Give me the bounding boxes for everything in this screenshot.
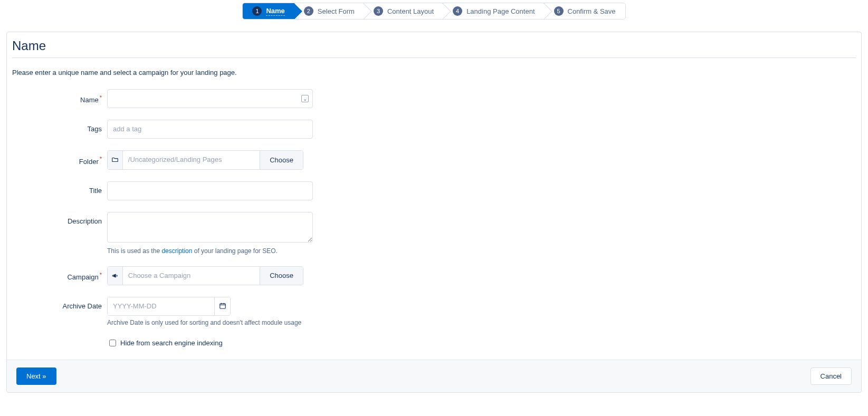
wizard-step-number: 2 [304,6,313,16]
folder-input[interactable] [123,151,260,169]
wizard-step-confirm-save[interactable]: 5 Confirm & Save [545,3,625,19]
row-tags: Tags [12,120,856,139]
title-input[interactable] [107,181,313,200]
calendar-icon [219,302,226,311]
panel-inner: Name Please enter a unique name and sele… [7,32,861,348]
hide-index-label: Hide from search engine indexing [120,339,223,347]
campaign-input[interactable] [123,267,260,285]
description-textarea[interactable] [107,212,313,243]
calendar-button[interactable] [214,297,230,315]
wizard-step-number: 3 [374,6,383,16]
panel-footer: Next » Cancel [7,360,861,392]
page-title: Name [12,36,856,58]
row-description: Description This is used as the descript… [12,212,856,255]
label-empty [12,338,107,343]
wizard-bar: 1 Name 2 Select Form 3 Content Layout 4 … [0,0,868,20]
label-tags: Tags [12,120,107,133]
row-campaign: Campaign Choose [12,266,856,285]
wizard-step-landing-page-content[interactable]: 4 Landing Page Content [443,3,544,19]
megaphone-icon [108,267,123,285]
row-archive-date: Archive Date Archi [12,297,856,326]
svg-rect-0 [220,303,225,308]
label-name: Name [12,89,107,104]
row-name: Name ⌄ [12,89,856,108]
wizard-step-label: Landing Page Content [466,7,535,15]
next-button[interactable]: Next » [16,367,56,385]
label-title: Title [12,181,107,195]
wizard-step-number: 5 [554,6,564,16]
intro-text: Please enter a unique name and select a … [12,58,856,80]
wizard-step-label: Select Form [318,7,355,15]
wizard-step-label: Confirm & Save [568,7,616,15]
hide-index-checkbox[interactable] [109,340,116,346]
row-title: Title [12,181,856,200]
wizard-steps: 1 Name 2 Select Form 3 Content Layout 4 … [242,3,625,20]
label-archive: Archive Date [12,297,107,310]
wizard-step-label: Name [266,7,284,16]
folder-choose-button[interactable]: Choose [260,151,303,169]
wizard-step-select-form[interactable]: 2 Select Form [294,3,364,19]
cancel-button[interactable]: Cancel [810,367,852,385]
folder-icon [108,151,123,169]
wizard-step-number: 4 [453,6,462,16]
folder-group: Choose [107,150,303,169]
row-hide-index: Hide from search engine indexing [12,338,856,348]
form: Name ⌄ Tags Folder [12,89,856,348]
tags-input[interactable] [107,120,313,139]
archive-helper: Archive Date is only used for sorting an… [107,319,301,326]
row-folder: Folder Choose [12,150,856,169]
description-link[interactable]: description [161,247,192,255]
archive-date-input[interactable] [108,297,214,315]
wizard-step-number: 1 [252,6,262,16]
wizard-step-content-layout[interactable]: 3 Content Layout [364,3,443,19]
hide-index-row[interactable]: Hide from search engine indexing [107,338,223,348]
label-folder: Folder [12,150,107,165]
wizard-step-label: Content Layout [387,7,434,15]
name-input[interactable] [107,89,313,108]
label-description: Description [12,212,107,225]
archive-date-group [107,297,231,316]
variable-icon[interactable]: ⌄ [301,95,309,102]
panel: Name Please enter a unique name and sele… [6,32,862,393]
wizard-step-name[interactable]: 1 Name [243,3,294,19]
description-helper: This is used as the description of your … [107,247,313,255]
campaign-group: Choose [107,266,303,285]
label-campaign: Campaign [12,266,107,281]
campaign-choose-button[interactable]: Choose [260,267,303,285]
